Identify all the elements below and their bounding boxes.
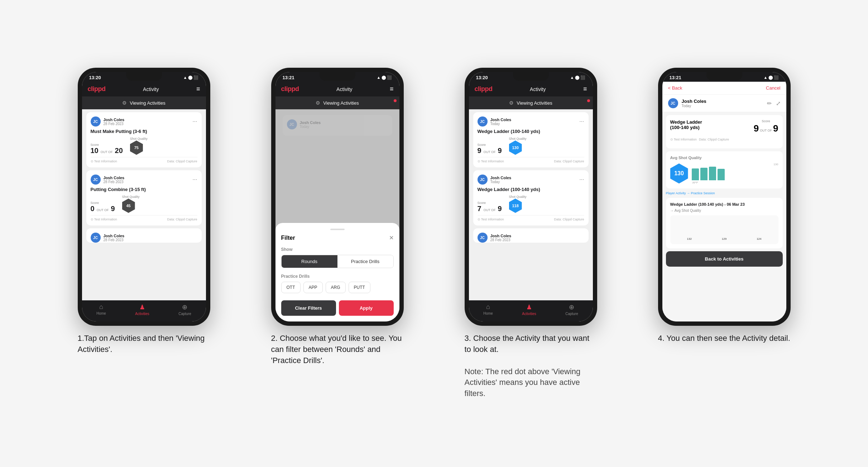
user-date-3-1: Today [490,122,512,126]
activity-card-3-3[interactable]: JC Josh Coles 28 Feb 2023 [473,228,589,243]
viewing-banner-text-1: Viewing Activities [130,100,165,106]
tab-home-3[interactable]: ⌂ Home [483,303,493,316]
expand-icon-4[interactable]: ⤢ [776,100,781,107]
hamburger-icon-3[interactable]: ≡ [583,85,587,93]
edit-icon-4[interactable]: ✏ [767,100,772,107]
trend-bar-wrapper-1: 132 [673,237,706,241]
status-icons-2: ▲ ⬤ ⬛ [377,75,392,80]
activity-card-3-1[interactable]: JC Josh Coles Today ··· Wedge Ladder (10… [473,112,589,167]
activity-card-3-2[interactable]: JC Josh Coles Today ··· Wedge Ladder (10… [473,170,589,225]
avatar-1-3: JC [91,233,101,243]
viewing-banner-1[interactable]: ⚙ Viewing Activities [82,96,206,109]
tab-activities-3[interactable]: ♟ Activities [522,303,536,316]
user-info-3-3: JC Josh Coles 28 Feb 2023 [478,233,512,243]
apply-button-2[interactable]: Apply [339,300,394,316]
chip-arg-2[interactable]: ARG [326,282,346,293]
card-header-3-1: JC Josh Coles Today ··· [478,116,584,127]
big-hex-4: 130 [670,163,688,184]
info-left-1-1: ⊙ Test Information [91,159,117,163]
sq-label-3-2: Shot Quality [509,195,527,199]
card-footer-1-1: ⊙ Test Information Data: Clippd Capture [91,157,197,163]
dots-menu-1-2[interactable]: ··· [192,176,197,183]
tab-capture-1[interactable]: ⊕ Capture [178,303,191,316]
shots-value-1-2: 9 [111,205,115,213]
score-value-3-1: 9 [478,147,481,155]
stats-row-1-1: Score 10 OUT OF 20 Shot Quality 75 [91,137,197,155]
avatar-3-2: JC [478,175,488,185]
home-icon-1: ⌂ [99,303,103,311]
info-right-1-2: Data: Clippd Capture [167,218,197,221]
viewing-banner-2[interactable]: ⚙ Viewing Activities [275,96,399,109]
rounds-toggle-2[interactable]: Rounds [282,255,337,268]
phone-1-frame: 13:20 ▲ ⬤ ⬛ clippd Activity ≡ ⚙ Viewing … [78,68,210,326]
back-to-activities-button-4[interactable]: Back to Activities [666,251,783,267]
tab-activities-1[interactable]: ♟ Activities [135,303,149,316]
card-header-1-2: JC Josh Coles 28 Feb 2023 ··· [91,175,197,185]
show-label-2: Show [281,247,394,252]
clear-filters-button-2[interactable]: Clear Filters [281,300,336,316]
score-block-3-2: Score 7 OUT OF 9 [478,201,502,213]
practice-drills-label-2: Practice Drills [281,274,394,279]
detail-info-row-4: ⊙ Test Information Data: Clippd Capture [670,138,778,141]
cancel-button-4[interactable]: Cancel [766,85,780,91]
activities-icon-3: ♟ [526,303,532,311]
sq-hex-1-2: 45 [122,199,135,213]
filter-modal-2[interactable]: Filter ✕ Show Rounds Practice Drills Pra… [275,223,399,321]
score-label-1-2: Score [91,201,115,205]
step-2-container: 13:21 ▲ ⬤ ⬛ clippd Activity ≡ ⚙ Viewing … [251,68,423,366]
outof-3-1: OUT OF [484,150,496,154]
filter-header-2: Filter ✕ [281,234,394,241]
viewing-banner-3[interactable]: ⚙ Viewing Activities [469,96,593,109]
arrow-sep-4: → [687,191,691,195]
trend-val-3: 124 [757,237,761,240]
chip-putt-2[interactable]: PUTT [349,282,370,293]
main-container: 13:20 ▲ ⬤ ⬛ clippd Activity ≡ ⚙ Viewing … [7,68,861,399]
caption-1: 1.Tap on Activities and then 'Viewing Ac… [78,333,210,355]
filter-btn-row-2: Clear Filters Apply [281,300,394,316]
filter-chip-row-2: OTT APP ARG PUTT [281,282,394,293]
user-date-3-3: 28 Feb 2023 [490,238,512,242]
bar-2-4 [700,168,708,180]
card-header-3-3: JC Josh Coles 28 Feb 2023 [478,233,584,243]
dots-menu-3-2[interactable]: ··· [579,176,584,183]
activity-card-1-1[interactable]: JC Josh Coles 28 Feb 2023 ··· Must Make … [86,112,202,167]
stats-row-3-2: Score 7 OUT OF 9 Shot Quality 118 [478,195,584,213]
avatar-3-1: JC [478,116,488,127]
tab-home-label-1: Home [96,311,106,315]
activity-card-1-2[interactable]: JC Josh Coles 28 Feb 2023 ··· Putting Co… [86,170,202,225]
mini-bar-chart-4: 130 APP [692,163,778,184]
logo-2: clippd [281,85,299,93]
info-left-1-2: ⊙ Test Information [91,218,117,221]
chip-app-2[interactable]: APP [303,282,323,293]
activities-icon-1: ♟ [139,303,145,311]
detail-sub-card-4: Wedge Ladder (100-140 yds) - 06 Mar 23 →… [666,198,783,248]
activity-list-3: JC Josh Coles Today ··· Wedge Ladder (10… [469,109,593,300]
dots-menu-1-1[interactable]: ··· [192,118,197,125]
tab-capture-3[interactable]: ⊕ Capture [565,303,578,316]
dots-menu-3-1[interactable]: ··· [579,118,584,125]
avg-sq-section-4: Avg Shot Quality 130 130 [666,151,783,189]
shots-value-3-1: 9 [498,147,502,155]
hamburger-icon-2[interactable]: ≡ [390,85,394,93]
sq-block-1-1: Shot Quality 75 [130,137,148,155]
status-time-4: 13:21 [670,75,681,80]
detail-user-row-4: JC Josh Coles Today ✏ ⤢ [662,95,786,112]
chip-ott-2[interactable]: OTT [281,282,301,293]
hamburger-icon-1[interactable]: ≡ [196,85,200,93]
close-button-2[interactable]: ✕ [389,234,394,241]
shots-value-3-2: 9 [498,205,502,213]
caption-3-main: 3. Choose the Activity that you want to … [465,333,597,355]
sq-label-1-1: Shot Quality [130,137,148,140]
trend-bar-wrapper-2: 129 [708,237,740,241]
practice-drills-toggle-2[interactable]: Practice Drills [337,255,393,268]
bar-labels-4: APP [692,181,778,184]
viewing-banner-text-2: Viewing Activities [323,100,359,106]
activity-card-1-3[interactable]: JC Josh Coles 28 Feb 2023 [86,228,202,243]
avatar-3-3: JC [478,233,488,243]
back-button-4[interactable]: < Back [668,85,682,91]
tab-capture-label-3: Capture [565,312,578,316]
score-value-1-2: 0 [91,205,95,213]
status-time-1: 13:20 [89,75,101,80]
tab-home-1[interactable]: ⌂ Home [96,303,106,316]
trend-bar-wrapper-3: 124 [743,237,775,241]
